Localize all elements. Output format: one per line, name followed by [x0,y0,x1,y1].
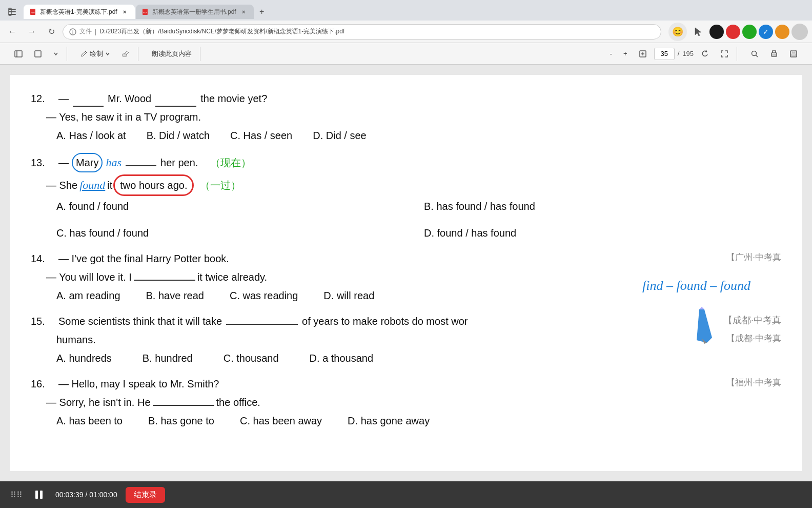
pdf-icon-1: PDF [30,8,37,15]
page-total: 195 [682,50,694,57]
svg-rect-26 [40,491,43,499]
q12-number: 12. [31,90,56,107]
video-drag-handle[interactable]: ⠿⠿ [10,490,23,500]
zoom-in-btn[interactable]: + [619,47,632,61]
q16-blank [153,405,214,406]
q14-a-text: — You will love it. I [46,269,132,285]
read-aloud-btn[interactable]: 朗读此页内容 [148,47,196,61]
video-pause-button[interactable] [31,486,47,503]
tab-2-close[interactable]: ✕ [239,8,248,16]
q14-blank [134,280,195,281]
svg-point-15 [752,51,757,55]
color-gray[interactable] [791,24,808,40]
rotate-btn[interactable] [697,47,713,61]
q14-opt-b: B. have read [146,287,204,304]
zoom-out-label: - [610,50,612,57]
q15-text2: of years to make robots do most wor [302,313,468,329]
erase-btn[interactable] [117,47,134,61]
search-btn[interactable] [746,47,763,61]
new-tab-button[interactable]: + [255,5,269,19]
color-orange[interactable] [775,25,789,39]
zoom-out-btn[interactable]: - [606,47,616,61]
chengdu-badge: 【成都·中考真 [723,313,781,328]
rotate-icon [701,50,709,58]
fullscreen-btn[interactable] [716,47,733,61]
color-blue-selected[interactable]: ✓ [759,25,773,39]
draw-icon [80,50,88,57]
info-icon: i [69,28,76,35]
chengdu-badge-2: 【成都·中考真 [726,331,781,345]
q13-blank1 [126,165,156,166]
q12-text1: Mr. Wood [108,90,151,107]
chevron-down-icon [53,51,58,56]
video-time-display: 00:03:39 / 01:00:00 [55,491,117,499]
svg-rect-1 [9,11,16,12]
q13-found-annotation: found [79,176,105,194]
fit-page-btn[interactable] [635,47,651,61]
page-number-input[interactable] [654,48,675,60]
q15-opt-c: C. thousand [224,350,279,366]
q12-a-dash: — Yes, he saw it in a TV program. [46,109,201,125]
svg-rect-10 [15,51,22,57]
q14-q-dash: — I've got the final Harry Potter book. [58,250,229,267]
video-bar: ⠿⠿ 00:03:39 / 01:00:00 结束录 [0,481,812,508]
tab-1-close[interactable]: ✕ [120,8,129,16]
q16-a-text: — Sorry, he isn't in. He [46,394,151,411]
draw-chevron-icon [105,51,110,56]
svg-rect-21 [791,54,796,56]
reload-button[interactable]: ↻ [43,24,59,40]
color-red[interactable] [726,25,740,39]
dropdown-btn[interactable] [49,47,63,61]
q12-opt-a: A. Has / look at [56,127,126,144]
toggle-btn2[interactable] [30,47,46,61]
tab-1[interactable]: PDF 新概念英语1-完美演练下.pdf ✕ [24,5,135,19]
q15-opt-d: D. a thousand [310,350,374,366]
svg-rect-18 [773,54,776,56]
tab-2-label: 新概念英语第一册学生用书.pdf [152,8,236,16]
cursor-tool-button[interactable] [689,23,707,41]
q13-a-it: it [107,177,112,193]
end-recording-button[interactable]: 结束录 [126,487,165,503]
svg-rect-12 [35,51,41,57]
toggle-sidebar-btn[interactable] [10,47,27,61]
q14-opt-d: D. will read [323,287,374,304]
back-button[interactable]: ← [4,24,21,40]
q16-opt-b: B. has gone to [148,413,214,429]
q16-opt-d: D. has gone away [348,413,430,429]
draw-tool-btn[interactable]: 绘制 [76,47,114,61]
tab-2[interactable]: PDF 新概念英语第一册学生用书.pdf ✕ [136,5,254,19]
q16-opt-a: A. has been to [56,413,123,429]
color-black[interactable] [709,25,724,39]
q12-blank2 [153,90,198,107]
pdf-content-area: 12. — Mr. Wood the movie yet? — Yes, he … [0,65,812,481]
q14-opt-a: A. am reading [56,287,120,304]
q15-opt-b: B. hundred [143,350,193,366]
q12-opt-d: D. Did / see [313,127,366,144]
q16-opt-c: C. has been away [240,413,322,429]
q12-dash: — [58,90,69,107]
tab-1-label: 新概念英语1-完美演练下.pdf [40,8,117,16]
q12-text2: the movie yet? [200,90,267,107]
save-btn[interactable] [785,47,802,61]
q15-number: 15. [31,313,56,329]
print-icon [770,50,778,58]
read-label: 朗读此页内容 [152,49,192,58]
svg-rect-0 [9,9,16,10]
print-btn[interactable] [766,47,782,61]
svg-text:i: i [72,30,73,35]
q15-text1: Some scientists think that it will take [58,313,222,329]
svg-rect-20 [792,51,795,53]
q13-two-hours-circled: two hours ago. [113,174,194,196]
address-bar[interactable]: i 文件 | D:/2023再出发（新）/BaiduSyncdisk/NCE/梦… [63,24,661,40]
sidebar-icon [14,50,23,58]
q13-q-dash: — [58,154,69,171]
q13-has-annotation: has [106,153,121,171]
svg-rect-2 [9,14,16,15]
forward-button[interactable]: → [24,24,40,40]
eraser-icon [121,50,130,58]
question-15: 15. Some scientists think that it will t… [31,313,781,366]
emoji-button[interactable]: 😊 [668,23,687,41]
color-green[interactable] [742,25,757,39]
sidebar-toggle-btn[interactable] [4,5,21,19]
q12-blank1 [71,90,106,107]
